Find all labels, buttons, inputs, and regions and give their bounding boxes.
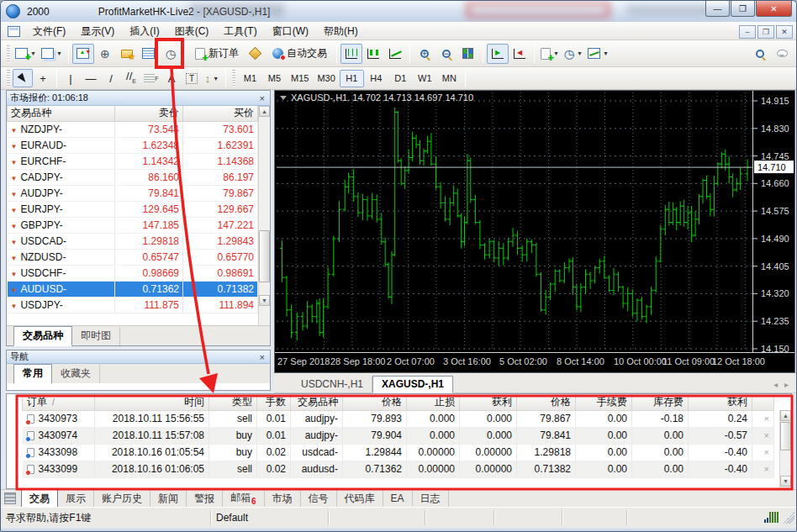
navigator-button[interactable]: ★ [116, 44, 138, 64]
window-close-button[interactable]: ✕ [756, 1, 792, 17]
order-row[interactable]: 34330992018.10.16 01:06:05sell0.02audusd… [23, 461, 774, 477]
child-minimize-button[interactable]: – [739, 25, 756, 39]
timeframe-d1[interactable]: D1 [388, 70, 413, 87]
tab-scroll-right-icon[interactable]: ▸ [784, 380, 789, 389]
chart-window[interactable]: 14.91514.83014.74514.66014.57514.49014.4… [274, 90, 795, 373]
zoom-out-button[interactable]: − [435, 44, 457, 64]
chart-shift-button[interactable]: ◀ [509, 44, 530, 64]
status-profile[interactable]: Default [211, 510, 329, 525]
navigator-header[interactable]: 导航 × [7, 350, 270, 364]
new-chart-button[interactable]: +▼ [13, 44, 39, 64]
trendline-tool-button[interactable]: / [101, 69, 121, 87]
scroll-down-icon[interactable]: ▼ [259, 295, 270, 306]
terminal-tab-新闻[interactable]: 新闻 [150, 490, 187, 508]
timeframe-m30[interactable]: M30 [313, 70, 339, 87]
menu-item-3[interactable]: 图表(C) [167, 23, 217, 40]
terminal-tab-邮箱[interactable]: 邮箱6 [223, 489, 265, 507]
market-watch-scrollbar[interactable]: ▲ ▼ [258, 106, 270, 345]
menu-item-0[interactable]: 文件(F) [25, 23, 73, 40]
toolbar-grip[interactable] [232, 70, 235, 87]
orders-column-header[interactable]: 库存费 [632, 394, 689, 410]
orders-column-header[interactable]: 手续费 [576, 394, 632, 410]
cursor-tool-button[interactable] [13, 69, 33, 87]
indicators-button[interactable]: +▼ [538, 44, 562, 64]
strategy-tester-button[interactable]: ◷ [160, 44, 182, 64]
orders-column-header[interactable]: 订单/ [23, 394, 95, 410]
navigator-tab[interactable]: 常用 [13, 364, 52, 384]
timeframe-w1[interactable]: W1 [413, 70, 437, 87]
orders-column-header[interactable]: 价格 [343, 394, 407, 410]
community-button[interactable] [771, 44, 793, 64]
market-watch-row[interactable]: ▼CADJPY-86.16086.197 [8, 169, 258, 185]
orders-column-header[interactable]: 交易品种 [291, 394, 343, 410]
market-watch-column-header[interactable]: 卖价 [115, 106, 183, 121]
terminal-tab-信号[interactable]: 信号 [301, 490, 337, 508]
candlestick-mode-button[interactable] [362, 44, 384, 64]
zoom-in-button[interactable]: + [414, 44, 435, 64]
search-button[interactable] [749, 44, 771, 64]
profiles-button[interactable]: ▼ [39, 44, 65, 64]
chart-tab[interactable]: USDCNH-,H1 [293, 377, 372, 392]
arrows-tool-button[interactable]: ↕▼ [202, 69, 222, 87]
text-tool-button[interactable]: A [161, 69, 182, 87]
window-restore-button[interactable]: ❐ [731, 1, 755, 17]
orders-column-header[interactable]: 止损 [407, 394, 460, 410]
vertical-line-tool-button[interactable]: | [61, 69, 81, 87]
menu-item-2[interactable]: 插入(I) [122, 23, 166, 40]
bar-chart-mode-button[interactable] [340, 44, 362, 64]
menu-item-4[interactable]: 工具(T) [216, 23, 264, 40]
menu-item-6[interactable]: 帮助(H) [316, 23, 366, 40]
market-watch-row[interactable]: ▼AUDJPY-79.84179.867 [8, 185, 258, 201]
market-watch-tab[interactable]: 即时图 [72, 327, 120, 345]
tab-scroll-left-icon[interactable]: ◂ [773, 380, 778, 389]
order-row[interactable]: 34309732018.10.11 15:56:55sell0.01audjpy… [23, 410, 774, 427]
terminal-tab-展示[interactable]: 展示 [58, 490, 94, 508]
scroll-down-icon[interactable]: ▼ [780, 476, 791, 487]
autotrading-button[interactable]: 自动交易 [267, 44, 333, 64]
scroll-up-icon[interactable]: ▲ [780, 410, 791, 421]
orders-scrollbar[interactable]: ▲ ▼ [779, 410, 791, 488]
close-order-icon[interactable]: × [764, 430, 769, 440]
market-watch-column-header[interactable]: 交易品种 [8, 106, 115, 121]
chart-window-icon[interactable] [8, 26, 20, 37]
market-watch-toggle-button[interactable]: ▲▼ [72, 44, 94, 64]
timeframe-h1[interactable]: H1 [340, 70, 364, 87]
market-watch-row[interactable]: ▼NZDUSD-0.657470.65770 [8, 249, 258, 265]
orders-column-header[interactable]: 价格 [517, 394, 576, 410]
channel-tool-button[interactable]: //E [121, 69, 141, 87]
timeframe-m1[interactable]: M1 [238, 70, 262, 87]
market-watch-row[interactable]: ▼NZDJPY-73.54473.601 [8, 121, 258, 137]
market-watch-row[interactable]: ▼USDCHF-0.986690.98691 [8, 265, 258, 281]
child-close-button[interactable]: ✕ [776, 25, 793, 39]
menu-item-5[interactable]: 窗口(W) [265, 23, 316, 40]
new-order-button[interactable]: +新订单 [189, 44, 245, 64]
market-watch-row[interactable]: ▼AUDUSD-0.713620.71382 [8, 281, 258, 297]
market-watch-row[interactable]: ▼EURCHF-1.143421.14368 [8, 153, 258, 169]
chart-tab[interactable]: XAGUSD-,H1 [372, 376, 453, 393]
orders-column-header[interactable]: 类型 [209, 394, 257, 410]
market-watch-column-header[interactable]: 买价 [183, 106, 258, 121]
market-watch-tab[interactable]: 交易品种 [13, 326, 72, 346]
market-watch-row[interactable]: ▼EURJPY-129.645129.667 [8, 201, 258, 217]
order-row[interactable]: 34330982018.10.16 01:05:54buy0.02usdcad-… [23, 444, 774, 461]
market-watch-row[interactable]: ▼EURAUD-1.623481.62391 [8, 137, 258, 153]
market-watch-row[interactable]: ▼GBPJPY-147.185147.221 [8, 217, 258, 233]
timeframe-m15[interactable]: M15 [287, 70, 313, 87]
terminal-tab-日志[interactable]: 日志 [413, 490, 449, 508]
market-watch-row[interactable]: ▼USDJPY-111.875111.894 [8, 297, 258, 313]
orders-column-header[interactable]: 获利 [460, 394, 517, 410]
resize-grip[interactable] [783, 512, 794, 524]
scroll-up-icon[interactable]: ▲ [259, 106, 270, 117]
panel-close-icon[interactable]: × [258, 93, 267, 103]
order-row[interactable]: 34309742018.10.11 15:57:08buy0.01audjpy-… [23, 427, 774, 444]
fibonacci-tool-button[interactable]: F [141, 69, 161, 87]
terminal-tab-代码库[interactable]: 代码库 [337, 490, 383, 508]
orders-column-header[interactable]: 时间 [95, 394, 209, 410]
market-watch-header[interactable]: 市场报价: 01:06:18 × [7, 91, 270, 106]
horizontal-line-tool-button[interactable]: — [81, 69, 101, 87]
close-order-icon[interactable]: × [764, 447, 769, 457]
terminal-tab-EA[interactable]: EA [383, 491, 413, 506]
tile-windows-button[interactable] [457, 44, 479, 64]
close-order-icon[interactable]: × [764, 413, 769, 424]
periods-button[interactable]: ◷▼ [562, 44, 585, 64]
